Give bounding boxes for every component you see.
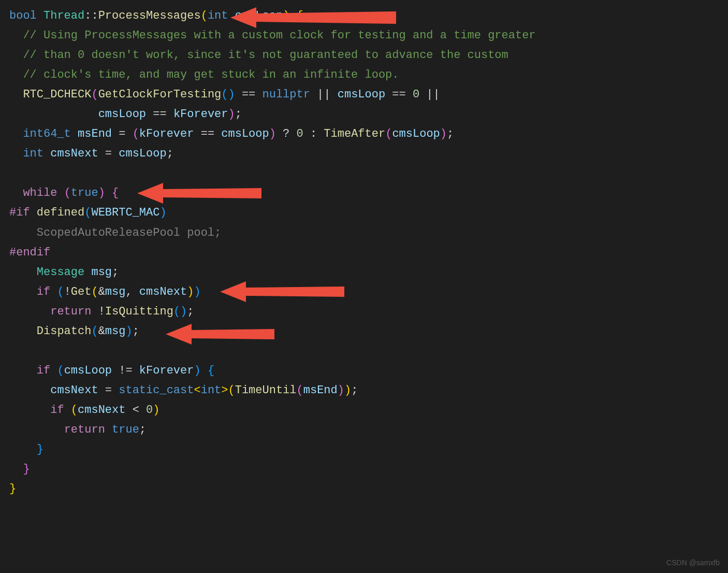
code-line: Dispatch(&msg); (9, 322, 728, 341)
code-line: cmsNext = static_cast<int>(TimeUntil(msE… (9, 381, 728, 400)
code-line: int64_t msEnd = (kForever == cmsLoop) ? … (9, 124, 728, 144)
code-line: } (9, 460, 728, 479)
code-line: // than 0 doesn't work, since it's not g… (9, 46, 728, 65)
code-line: Message msg; (9, 263, 728, 282)
watermark-text: CSDN @samxfb (666, 556, 720, 569)
svg-marker-1 (137, 183, 261, 204)
code-line: ScopedAutoReleasePool pool; (9, 223, 728, 243)
code-line: int cmsNext = cmsLoop; (9, 144, 728, 164)
annotation-arrow-2 (137, 180, 261, 206)
svg-marker-3 (166, 324, 274, 345)
code-line: if (cmsLoop != kForever) { (9, 361, 728, 381)
code-line: RTC_DCHECK(GetClockForTesting() == nullp… (9, 85, 728, 105)
svg-marker-0 (230, 7, 396, 28)
code-line-empty (9, 341, 728, 361)
code-line: cmsLoop == kForever); (9, 105, 728, 124)
svg-marker-2 (220, 281, 344, 302)
code-line-preproc: #if defined(WEBRTC_MAC) (9, 203, 728, 223)
token-function: ProcessMessages (98, 9, 201, 22)
code-line: return !IsQuitting(); (9, 302, 728, 322)
code-line: while (true) { (9, 183, 728, 203)
token-keyword: bool (9, 9, 37, 22)
token-class: Thread (43, 9, 84, 22)
code-line: // clock's time, and may get stuck in an… (9, 65, 728, 85)
annotation-arrow-4 (166, 321, 274, 347)
code-line-empty (9, 164, 728, 183)
code-line: if (!Get(&msg, cmsNext)) (9, 282, 728, 302)
code-line: } (9, 440, 728, 460)
code-line-preproc: #endif (9, 243, 728, 263)
annotation-arrow-1 (230, 5, 396, 33)
code-line: return true; (9, 420, 728, 440)
annotation-arrow-3 (220, 279, 344, 305)
code-line: } (9, 479, 728, 499)
code-line: if (cmsNext < 0) (9, 400, 728, 420)
code-editor[interactable]: bool Thread::ProcessMessages(int cmsLoop… (0, 0, 728, 499)
